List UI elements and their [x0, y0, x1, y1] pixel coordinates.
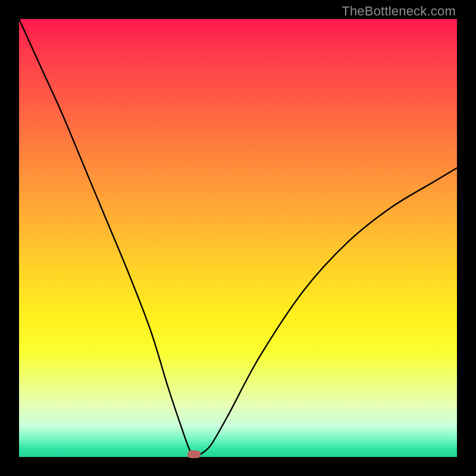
- bottleneck-curve: [19, 19, 457, 455]
- curve-layer: [0, 0, 476, 476]
- chart-frame: TheBottleneck.com: [0, 0, 476, 476]
- optimal-point-marker: [187, 450, 201, 458]
